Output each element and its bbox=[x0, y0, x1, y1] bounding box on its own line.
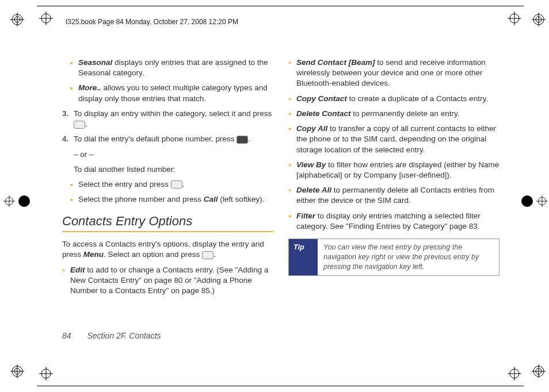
term: Delete Contact bbox=[296, 109, 351, 118]
bullet-icon bbox=[70, 83, 78, 103]
bullet-icon bbox=[62, 265, 70, 297]
text: allows you to select multiple category t… bbox=[78, 83, 268, 102]
list-item: Copy Contact to create a duplicate of a … bbox=[288, 94, 500, 104]
text: To dial another listed number: bbox=[74, 164, 273, 175]
list-item: Edit to add to or change a Contacts entr… bbox=[62, 265, 273, 297]
page-header: I325.book Page 84 Monday, October 27, 20… bbox=[66, 17, 238, 26]
bullet-icon bbox=[288, 94, 296, 104]
term: Edit bbox=[70, 266, 85, 274]
text: To display an entry within the category,… bbox=[74, 109, 272, 118]
text: to display only entries matching a selec… bbox=[296, 212, 481, 230]
bullet-icon bbox=[288, 57, 296, 89]
text: To dial the entry's default phone number… bbox=[74, 134, 237, 143]
term: Send Contact [Beam] bbox=[296, 58, 375, 67]
list-item: Delete All to permanently delete all Con… bbox=[288, 185, 500, 206]
term: Delete All bbox=[296, 186, 331, 194]
text: – or – bbox=[74, 149, 273, 160]
bullet-icon bbox=[70, 179, 78, 190]
call-key-icon bbox=[237, 136, 248, 144]
text: to create a duplicate of a Contacts entr… bbox=[347, 94, 488, 103]
side-mark-icon bbox=[521, 195, 548, 207]
term: Filter bbox=[296, 212, 315, 220]
side-mark-icon bbox=[3, 195, 30, 207]
crop-mark-icon bbox=[532, 364, 546, 378]
crosshair-icon bbox=[508, 367, 521, 381]
list-item: View By to filter how entries are displa… bbox=[288, 160, 500, 180]
rule-line bbox=[37, 386, 524, 386]
list-item: Select the phone number and press Call (… bbox=[62, 194, 273, 205]
term: Menu bbox=[83, 250, 104, 259]
crosshair-icon bbox=[39, 11, 53, 25]
crosshair-icon bbox=[508, 11, 521, 25]
crosshair-icon bbox=[39, 367, 53, 381]
tip-body: You can view the next entry by pressing … bbox=[318, 239, 499, 275]
tip-box: Tip You can view the next entry by press… bbox=[288, 239, 500, 276]
right-column: Send Contact [Beam] to send and receive … bbox=[288, 57, 500, 301]
text: to add to or change a Contacts entry. (S… bbox=[70, 266, 269, 295]
bullet-icon bbox=[288, 185, 296, 206]
list-item: Seasonal displays only entries that are … bbox=[62, 57, 273, 78]
text: to filter how entries are displayed (eit… bbox=[296, 160, 499, 179]
section-label: Section 2F. Contacts bbox=[87, 331, 161, 340]
left-column: Seasonal displays only entries that are … bbox=[62, 57, 273, 301]
list-item: Select the entry and press . bbox=[62, 179, 273, 190]
term: Copy Contact bbox=[296, 94, 347, 103]
page-content: Seasonal displays only entries that are … bbox=[62, 57, 500, 301]
text: . Select an option and press bbox=[104, 250, 202, 259]
text: Select the phone number and press bbox=[78, 195, 204, 203]
section-rule bbox=[62, 231, 273, 232]
section-heading: Contacts Entry Options bbox=[62, 213, 273, 230]
term: View By bbox=[296, 160, 326, 169]
ok-key-icon bbox=[202, 251, 214, 259]
list-item: Delete Contact to permanently delete an … bbox=[288, 109, 500, 119]
text: (left softkey). bbox=[218, 195, 264, 203]
bullet-icon bbox=[70, 57, 78, 78]
crop-mark-icon bbox=[10, 364, 24, 378]
term: Seasonal bbox=[78, 58, 112, 67]
step-number: 3. bbox=[62, 109, 74, 129]
page-number: 84 bbox=[62, 331, 71, 340]
step-number: 4. bbox=[62, 134, 74, 144]
page-footer: 84 Section 2F. Contacts bbox=[62, 330, 161, 341]
text: to permanently delete an entry. bbox=[351, 109, 460, 118]
term: Copy All bbox=[296, 124, 327, 133]
bullet-icon bbox=[288, 160, 296, 180]
list-item: More.. allows you to select multiple cat… bbox=[62, 83, 273, 103]
bullet-icon bbox=[288, 109, 296, 119]
ok-key-icon bbox=[171, 180, 182, 189]
list-item: Send Contact [Beam] to send and receive … bbox=[288, 57, 500, 89]
rule-line bbox=[37, 6, 524, 6]
crop-mark-icon bbox=[10, 13, 24, 26]
ok-key-icon bbox=[74, 121, 85, 129]
text: Select the entry and press bbox=[78, 180, 171, 189]
list-item: Copy All to transfer a copy of all curre… bbox=[288, 124, 500, 155]
list-item: Filter to display only entries matching … bbox=[288, 211, 500, 232]
term: More.. bbox=[78, 83, 101, 92]
bullet-icon bbox=[288, 211, 296, 232]
step-item: 3. To display an entry within the catego… bbox=[62, 109, 273, 129]
paragraph: To access a Contacts entry's options, di… bbox=[62, 239, 273, 260]
step-item: 4. To dial the entry's default phone num… bbox=[62, 134, 273, 144]
bullet-icon bbox=[70, 194, 78, 205]
tip-label: Tip bbox=[289, 239, 318, 275]
crop-mark-icon bbox=[532, 13, 546, 26]
bullet-icon bbox=[288, 124, 296, 155]
term: Call bbox=[204, 195, 218, 203]
